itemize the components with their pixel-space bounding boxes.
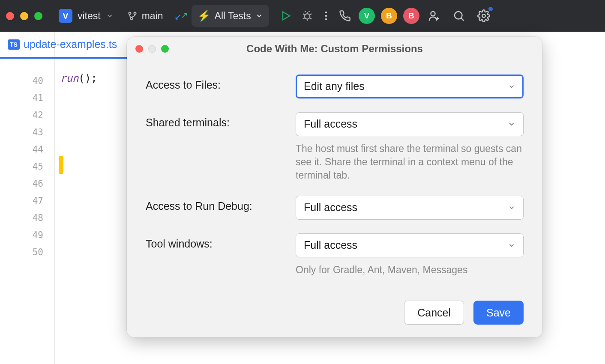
hint-shared-terminals: The host must first share the terminal s… [296,142,524,182]
svg-point-4 [305,14,310,19]
dialog-titlebar[interactable]: Code With Me: Custom Permissions [127,37,542,61]
arrow-up-right-icon: ↗ [181,10,188,20]
label-shared-terminals: Shared terminals: [146,112,296,129]
line-number[interactable]: 41 [0,90,54,107]
dialog-maximize-button[interactable] [161,45,169,53]
run-config-label[interactable]: All Tests [215,10,251,22]
line-number[interactable]: 47 [0,192,54,209]
chevron-down-icon [508,83,515,90]
line-number[interactable]: 46 [0,175,54,192]
typescript-file-icon: TS [8,39,20,50]
line-number[interactable]: 44 [0,141,54,158]
toolbar-right-icons [425,7,493,25]
label-run-debug: Access to Run Debug: [146,196,296,212]
line-number[interactable]: 45 [0,158,54,175]
line-number[interactable]: 42 [0,107,54,124]
debug-button[interactable] [298,7,316,25]
svg-point-0 [129,12,131,15]
bolt-icon: ⚡ [198,11,210,21]
window-close-button[interactable] [6,12,14,20]
code-with-me-status-icon[interactable]: ↙ ↗ [174,10,188,22]
code-fn-name: run [60,72,78,84]
settings-button[interactable] [475,7,493,25]
svg-point-8 [431,12,435,16]
add-user-button[interactable] [425,7,443,25]
svg-marker-3 [283,12,290,20]
main-toolbar: V vitest main ↙ ↗ ⚡ All Tests V B B [0,0,605,32]
tab-update-examples[interactable]: TS update-examples.ts [0,32,125,57]
chevron-down-icon [508,120,515,128]
svg-point-9 [455,12,462,19]
select-value: Full access [304,201,357,214]
avatar-user-3[interactable]: B [403,8,419,24]
dialog-minimize-button[interactable] [148,45,156,53]
svg-point-10 [482,14,485,18]
window-traffic-lights [6,12,42,20]
svg-point-1 [134,12,136,15]
cancel-button[interactable]: Cancel [404,301,464,325]
code-rest: (); [78,72,97,84]
row-run-debug: Access to Run Debug: Full access [146,196,524,220]
dialog-body: Access to Files: Edit any files Shared t… [127,61,542,290]
more-actions-button[interactable] [320,7,332,25]
run-config-section: ⚡ All Tests [192,5,269,27]
select-shared-terminals[interactable]: Full access [296,112,524,136]
dialog-footer: Cancel Save [127,290,542,337]
label-tool-windows: Tool windows: [146,233,296,250]
custom-permissions-dialog: Code With Me: Custom Permissions Access … [127,37,542,337]
window-maximize-button[interactable] [34,12,42,20]
select-value: Edit any files [304,80,365,92]
branch-name: main [142,10,163,22]
dialog-traffic-lights [135,45,169,53]
editor-tab-row: TS update-examples.ts [0,32,127,59]
row-shared-terminals: Shared terminals: Full access The host m… [146,112,524,182]
notification-dot-icon [488,6,494,12]
dialog-close-button[interactable] [135,45,143,53]
line-number[interactable]: 40 [0,72,54,90]
svg-point-7 [325,18,327,20]
select-tool-windows[interactable]: Full access [296,233,524,257]
svg-point-5 [325,12,327,13]
project-icon: V [59,9,72,23]
branch-icon [127,11,138,21]
gutter-marker-icon[interactable] [59,156,63,171]
search-button[interactable] [450,7,468,25]
line-number[interactable]: 49 [0,227,54,244]
select-run-debug[interactable]: Full access [296,196,524,220]
run-button[interactable] [277,7,295,25]
line-number[interactable]: 48 [0,209,54,227]
save-button[interactable]: Save [473,301,524,325]
project-selector[interactable]: V vitest [59,9,114,23]
avatar-user-1[interactable]: V [359,8,375,24]
row-access-files: Access to Files: Edit any files [146,75,524,98]
vcs-branch-selector[interactable]: main [127,10,163,22]
line-number[interactable]: 50 [0,244,54,261]
tab-filename-label: update-examples.ts [24,38,117,51]
chevron-down-icon [508,242,515,249]
hint-tool-windows: Only for Gradle, Ant, Maven, Messages [296,263,524,277]
line-number[interactable]: 43 [0,124,54,141]
select-value: Full access [304,239,357,251]
line-number-gutter: 40 41 42 43 44 45 46 47 48 49 50 [0,32,55,364]
chevron-down-icon [508,204,515,212]
dialog-title: Code With Me: Custom Permissions [135,43,535,55]
row-tool-windows: Tool windows: Full access Only for Gradl… [146,233,524,277]
chevron-down-icon [106,12,114,20]
select-access-files[interactable]: Edit any files [296,75,524,98]
window-minimize-button[interactable] [20,12,28,20]
svg-point-6 [325,15,327,17]
select-value: Full access [304,118,357,130]
avatar-user-2[interactable]: B [381,8,397,24]
chevron-down-icon[interactable] [255,12,263,20]
call-button[interactable] [336,7,354,25]
code-content[interactable]: run(); [55,32,97,364]
project-name: vitest [78,10,101,22]
label-access-files: Access to Files: [146,75,296,91]
